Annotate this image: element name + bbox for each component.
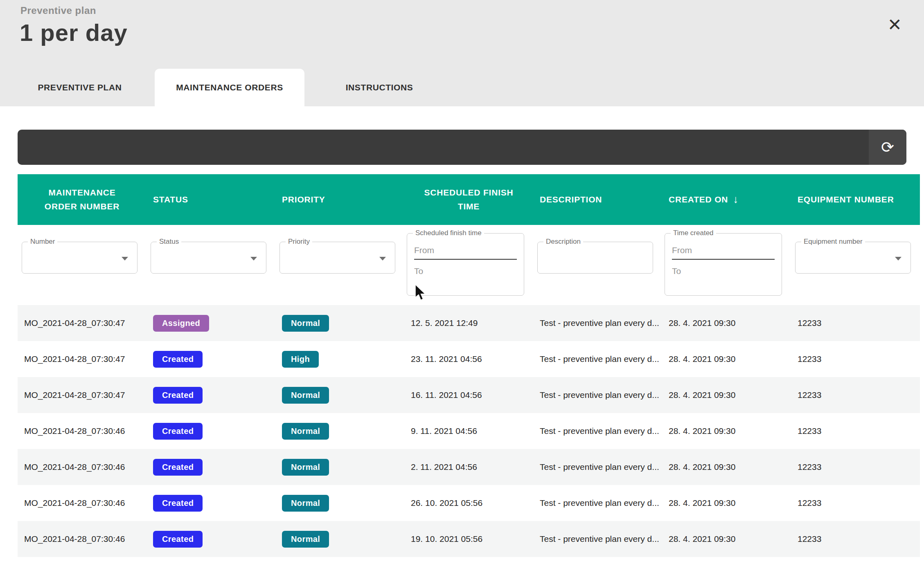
column-header-priority[interactable]: PRIORITY <box>275 174 404 225</box>
table-row[interactable]: MO_2021-04-28_07:30:46CreatedNormal2. 11… <box>18 449 920 485</box>
filter-row: Number Status Priority Scheduled finish … <box>18 225 920 305</box>
equipment-number-cell: 12233 <box>791 413 920 449</box>
priority-badge: Normal <box>282 387 329 404</box>
equipment-number-cell: 12233 <box>791 377 920 413</box>
table-row[interactable]: MO_2021-04-28_07:30:47CreatedNormal16. 1… <box>18 377 920 413</box>
priority-badge: Normal <box>282 423 329 440</box>
description-filter-input[interactable] <box>538 242 653 273</box>
table-row[interactable]: MO_2021-04-28_07:30:47AssignedNormal12. … <box>18 305 920 341</box>
equipment-filter-select[interactable]: Equipment number <box>795 242 911 274</box>
chevron-down-icon <box>895 257 901 261</box>
equipment-number-cell: 12233 <box>791 521 920 557</box>
time-created-from-input[interactable] <box>672 242 775 260</box>
refresh-icon[interactable]: ⟳ <box>869 130 906 165</box>
status-badge: Created <box>153 387 203 404</box>
column-header-equipment-number[interactable]: EQUIPMENT NUMBER <box>791 174 920 225</box>
status-badge: Created <box>153 495 203 512</box>
status-cell: Created <box>146 341 275 377</box>
priority-cell: Normal <box>275 413 404 449</box>
priority-cell: Normal <box>275 305 404 341</box>
equipment-number-cell: 12233 <box>791 485 920 521</box>
description-cell: Test - preventive plan every d... <box>533 341 662 377</box>
equipment-number-cell: 12233 <box>791 305 920 341</box>
filter-cell-equipment: Equipment number <box>791 225 920 305</box>
description-filter-label: Description <box>543 238 583 246</box>
created-on-cell: 28. 4. 2021 09:30 <box>662 413 791 449</box>
status-filter-select[interactable]: Status <box>151 242 266 274</box>
description-cell: Test - preventive plan every d... <box>533 413 662 449</box>
created-on-cell: 28. 4. 2021 09:30 <box>662 485 791 521</box>
finish-time-cell: 12. 5. 2021 12:49 <box>404 305 533 341</box>
order-number-cell: MO_2021-04-28_07:30:47 <box>18 377 146 413</box>
status-cell: Created <box>146 449 275 485</box>
dialog-header: Preventive plan 1 per day ✕ PREVENTIVE P… <box>0 0 924 106</box>
order-number-cell: MO_2021-04-28_07:30:46 <box>18 413 146 449</box>
priority-badge: Normal <box>282 459 329 476</box>
description-cell: Test - preventive plan every d... <box>533 521 662 557</box>
filter-cell-status: Status <box>146 225 275 305</box>
table-row[interactable]: MO_2021-04-28_07:30:46CreatedNormal19. 1… <box>18 521 920 557</box>
column-header-scheduled-finish[interactable]: SCHEDULED FINISH TIME <box>404 174 533 225</box>
priority-cell: Normal <box>275 485 404 521</box>
order-number-cell: MO_2021-04-28_07:30:46 <box>18 521 146 557</box>
scheduled-to-input[interactable] <box>414 262 517 280</box>
table-body: MO_2021-04-28_07:30:47AssignedNormal12. … <box>18 305 920 557</box>
chevron-down-icon <box>250 257 257 261</box>
column-header-created-on[interactable]: CREATED ON ↓ <box>662 174 791 225</box>
sort-descending-icon[interactable]: ↓ <box>733 191 739 208</box>
priority-badge: Normal <box>282 495 329 512</box>
priority-cell: Normal <box>275 377 404 413</box>
tab-preventive-plan[interactable]: PREVENTIVE PLAN <box>5 69 155 106</box>
status-cell: Created <box>146 413 275 449</box>
scheduled-finish-filter-label: Scheduled finish time <box>413 229 484 237</box>
filter-cell-scheduled-finish: Scheduled finish time <box>404 225 533 305</box>
order-number-cell: MO_2021-04-28_07:30:47 <box>18 341 146 377</box>
filter-cell-priority: Priority <box>275 225 404 305</box>
priority-filter-label: Priority <box>286 238 312 246</box>
close-icon[interactable]: ✕ <box>888 16 902 34</box>
status-cell: Created <box>146 485 275 521</box>
status-filter-label: Status <box>157 238 181 246</box>
status-cell: Created <box>146 521 275 557</box>
description-cell: Test - preventive plan every d... <box>533 449 662 485</box>
scheduled-finish-filter: Scheduled finish time <box>407 233 524 296</box>
priority-cell: Normal <box>275 449 404 485</box>
number-filter-select[interactable]: Number <box>22 242 137 274</box>
priority-cell: Normal <box>275 521 404 557</box>
table-row[interactable]: MO_2021-04-28_07:30:46CreatedNormal26. 1… <box>18 485 920 521</box>
priority-filter-select[interactable]: Priority <box>279 242 395 274</box>
created-on-cell: 28. 4. 2021 09:30 <box>662 449 791 485</box>
equipment-filter-label: Equipment number <box>801 238 865 246</box>
description-filter[interactable]: Description <box>537 242 653 274</box>
priority-cell: High <box>275 341 404 377</box>
time-created-to-input[interactable] <box>672 262 775 280</box>
order-number-cell: MO_2021-04-28_07:30:46 <box>18 449 146 485</box>
table-row[interactable]: MO_2021-04-28_07:30:47CreatedHigh23. 11.… <box>18 341 920 377</box>
order-number-cell: MO_2021-04-28_07:30:46 <box>18 485 146 521</box>
scheduled-from-input[interactable] <box>414 242 517 260</box>
priority-badge: Normal <box>282 531 329 548</box>
finish-time-cell: 2. 11. 2021 04:56 <box>404 449 533 485</box>
filter-cell-time-created: Time created <box>662 225 791 305</box>
description-cell: Test - preventive plan every d... <box>533 485 662 521</box>
tab-instructions[interactable]: INSTRUCTIONS <box>304 69 454 106</box>
created-on-cell: 28. 4. 2021 09:30 <box>662 305 791 341</box>
table-toolbar: ⟳ <box>18 130 906 165</box>
chevron-down-icon <box>379 257 386 261</box>
tab-maintenance-orders[interactable]: MAINTENANCE ORDERS <box>155 69 304 106</box>
column-header-status[interactable]: STATUS <box>146 174 275 225</box>
finish-time-cell: 19. 10. 2021 05:56 <box>404 521 533 557</box>
column-header-order-number[interactable]: MAINTENANCE ORDER NUMBER <box>18 174 146 225</box>
table-row[interactable]: MO_2021-04-28_07:30:46CreatedNormal9. 11… <box>18 413 920 449</box>
preventive-plan-dialog: Preventive plan 1 per day ✕ PREVENTIVE P… <box>0 0 924 566</box>
description-cell: Test - preventive plan every d... <box>533 305 662 341</box>
time-created-filter: Time created <box>665 233 782 296</box>
finish-time-cell: 9. 11. 2021 04:56 <box>404 413 533 449</box>
page-title: 1 per day <box>20 19 128 46</box>
number-filter-label: Number <box>28 238 57 246</box>
column-header-description[interactable]: DESCRIPTION <box>533 174 662 225</box>
equipment-number-cell: 12233 <box>791 341 920 377</box>
table-header: MAINTENANCE ORDER NUMBER STATUS PRIORITY… <box>18 174 920 225</box>
status-badge: Created <box>153 459 203 476</box>
created-on-cell: 28. 4. 2021 09:30 <box>662 341 791 377</box>
